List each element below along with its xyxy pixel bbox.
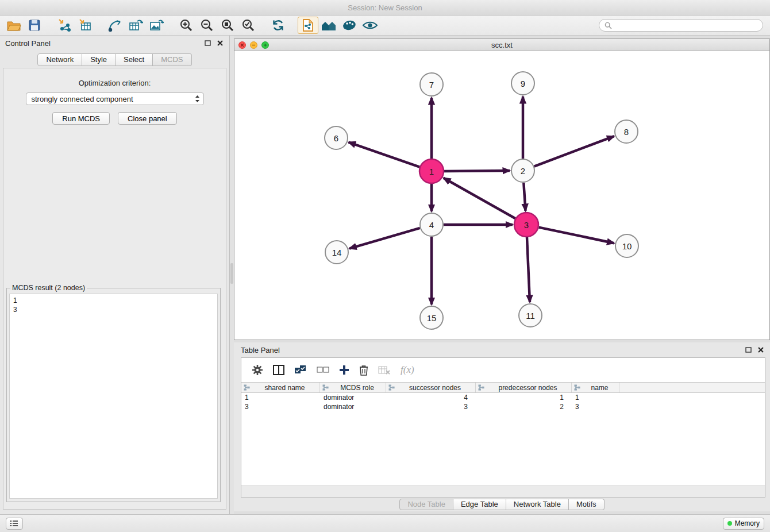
close-panel-icon[interactable] — [216, 39, 224, 47]
graph-node-6[interactable]: 6 — [325, 126, 348, 149]
table-cell[interactable]: 1 — [476, 393, 572, 402]
node-table-body: 1dominator4113dominator323 — [241, 393, 765, 411]
toolbar-separator — [45, 25, 54, 26]
new-network-button[interactable] — [105, 17, 125, 34]
apply-layout-button[interactable] — [268, 17, 288, 34]
apply-style-button[interactable] — [339, 17, 360, 34]
network-canvas[interactable]: 7968124314101511 — [234, 51, 769, 340]
graph-node-8[interactable]: 8 — [615, 120, 638, 143]
graph-node-7[interactable]: 7 — [420, 73, 443, 96]
graph-node-2[interactable]: 2 — [511, 159, 534, 182]
float-panel-icon[interactable] — [203, 39, 211, 47]
panel-splitter[interactable] — [230, 36, 234, 514]
nested-network-button[interactable] — [318, 17, 339, 34]
close-window-button[interactable] — [238, 41, 246, 49]
graph-edge-4-14[interactable] — [349, 228, 420, 249]
tab-edge-table[interactable]: Edge Table — [453, 499, 506, 510]
table-scrollbar[interactable] — [241, 485, 765, 497]
table-cell[interactable]: 3 — [241, 402, 320, 411]
table-cell[interactable]: dominator — [320, 393, 386, 402]
open-network-file-button[interactable] — [298, 17, 318, 34]
table-settings-button[interactable] — [252, 364, 263, 376]
close-panel-button[interactable]: Close panel — [118, 112, 177, 125]
delete-table-button[interactable] — [378, 365, 391, 375]
search-input[interactable] — [615, 21, 757, 29]
control-panel-header: Control Panel — [0, 36, 229, 51]
show-column-button[interactable] — [273, 365, 284, 375]
tab-network-table[interactable]: Network Table — [506, 499, 569, 510]
table-cell[interactable]: 1 — [241, 393, 320, 402]
column-header-MCDS-role[interactable]: MCDS role — [320, 383, 386, 392]
graph-node-4[interactable]: 4 — [420, 213, 443, 236]
open-session-button[interactable] — [3, 17, 24, 34]
graph-edge-3-11[interactable] — [527, 237, 530, 302]
import-table-button[interactable] — [75, 17, 95, 34]
show-hide-button[interactable] — [360, 17, 380, 34]
node-table: f(x) shared nameMCDS rolesuccessor nodes… — [241, 357, 765, 498]
graph-node-label: 4 — [429, 220, 434, 230]
graph-edge-2-8[interactable] — [534, 136, 614, 167]
toolbar-separator — [288, 25, 298, 26]
function-builder-button[interactable]: f(x) — [401, 364, 414, 376]
splitter-handle[interactable] — [230, 263, 233, 284]
import-network-button[interactable] — [54, 17, 75, 34]
table-row[interactable]: 1dominator411 — [241, 393, 765, 402]
zoom-out-button[interactable] — [197, 17, 217, 34]
table-cell[interactable]: 4 — [386, 393, 476, 402]
tab-network[interactable]: Network — [37, 53, 82, 66]
graph-node-9[interactable]: 9 — [511, 72, 534, 95]
column-header-predecessor-nodes[interactable]: predecessor nodes — [476, 383, 572, 392]
maximize-window-button[interactable] — [261, 41, 269, 49]
column-header-successor-nodes[interactable]: successor nodes — [386, 383, 476, 392]
select-all-columns-button[interactable] — [294, 365, 307, 375]
memory-button[interactable]: Memory — [723, 518, 764, 530]
graph-edge-1-6[interactable] — [349, 142, 420, 167]
graph-edge-1-2[interactable] — [444, 171, 510, 171]
graph-node-1[interactable]: 1 — [419, 159, 444, 183]
save-session-button[interactable] — [24, 17, 45, 34]
zoom-fit-button[interactable] — [217, 17, 238, 34]
export-table-button[interactable] — [125, 17, 146, 34]
criterion-dropdown[interactable]: strongly connected component — [26, 92, 204, 105]
table-row[interactable]: 3dominator323 — [241, 402, 765, 411]
graph-node-3[interactable]: 3 — [514, 213, 538, 237]
graph-node-10[interactable]: 10 — [615, 234, 638, 257]
window-titlebar: Session: New Session — [0, 0, 770, 16]
table-cell[interactable]: 3 — [572, 402, 619, 411]
close-table-panel-icon[interactable] — [757, 346, 765, 354]
run-mcds-button[interactable]: Run MCDS — [52, 112, 110, 125]
search-box[interactable] — [599, 19, 763, 32]
network-window-titlebar[interactable]: scc.txt — [234, 39, 769, 51]
table-cell[interactable]: 1 — [572, 393, 619, 402]
create-column-button[interactable] — [339, 365, 349, 375]
graph-edge-3-10[interactable] — [539, 228, 614, 244]
table-cell[interactable]: dominator — [320, 402, 386, 411]
mcds-panel: Optimization criterion: strongly connect… — [3, 68, 226, 510]
graph-edge-2-3[interactable] — [523, 183, 525, 211]
fx-icon: f(x) — [401, 364, 414, 376]
tab-style[interactable]: Style — [82, 53, 116, 66]
export-image-button[interactable] — [146, 17, 167, 34]
task-history-button[interactable] — [6, 518, 23, 530]
tab-mcds[interactable]: MCDS — [153, 53, 191, 66]
tab-motifs[interactable]: Motifs — [569, 499, 605, 510]
column-header-shared-name[interactable]: shared name — [241, 383, 320, 392]
graph-node-14[interactable]: 14 — [325, 241, 348, 264]
tab-node-table[interactable]: Node Table — [399, 499, 453, 510]
graph-node-11[interactable]: 11 — [519, 304, 542, 327]
float-table-panel-icon[interactable] — [744, 346, 752, 354]
mcds-result-list[interactable]: 13 — [9, 294, 218, 499]
graph-edge-3-1[interactable] — [444, 178, 515, 218]
table-cell[interactable]: 3 — [386, 402, 476, 411]
column-header-filler — [619, 383, 765, 392]
tab-select[interactable]: Select — [116, 53, 153, 66]
unselect-all-columns-button[interactable] — [317, 365, 329, 375]
delete-column-button[interactable] — [359, 365, 368, 376]
table-cell[interactable]: 2 — [476, 402, 572, 411]
zoom-selected-button[interactable] — [238, 17, 259, 34]
column-header-name[interactable]: name — [572, 383, 619, 392]
graph-node-15[interactable]: 15 — [420, 306, 443, 329]
minimize-window-button[interactable] — [250, 41, 257, 49]
zoom-in-button[interactable] — [176, 17, 197, 34]
dropdown-chevrons-icon — [195, 95, 200, 103]
